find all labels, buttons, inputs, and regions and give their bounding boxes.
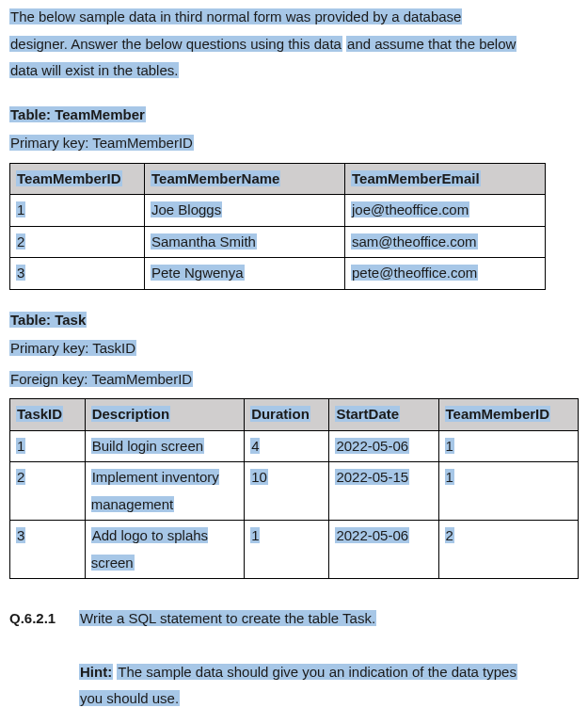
table-row: 2 Implement inventory management 10 2022… xyxy=(10,462,579,521)
hint-line-1: The sample data should give you an indic… xyxy=(117,664,517,680)
task-table: TaskID Description Duration StartDate Te… xyxy=(9,398,579,579)
question-text: Write a SQL statement to create the tabl… xyxy=(79,610,376,626)
question-number: Q.6.2.1 xyxy=(9,605,66,633)
intro-line-1: The below sample data in third normal fo… xyxy=(9,8,462,24)
col-header: StartDate xyxy=(329,399,438,431)
col-header: TeamMemberEmail xyxy=(345,163,546,195)
question-row: Q.6.2.1 Write a SQL statement to create … xyxy=(9,605,579,713)
teammember-table: TeamMemberID TeamMemberName TeamMemberEm… xyxy=(9,163,546,290)
table-row: 3 Pete Ngwenya pete@theoffice.com xyxy=(10,258,546,290)
table-row: 3 Add logo to splahs screen 1 2022-05-06… xyxy=(10,521,579,579)
teammember-heading-text: Table: TeamMember xyxy=(9,106,146,122)
intro-paragraph: The below sample data in third normal fo… xyxy=(9,4,579,85)
intro-line-2a: designer. Answer the below questions usi… xyxy=(9,36,342,52)
teammember-heading: Table: TeamMember xyxy=(9,102,579,129)
table-header-row: TaskID Description Duration StartDate Te… xyxy=(10,399,579,431)
col-header: TaskID xyxy=(10,399,86,431)
task-pk: Primary key: TaskID xyxy=(9,335,579,362)
table-header-row: TeamMemberID TeamMemberName TeamMemberEm… xyxy=(10,163,546,195)
col-header: TeamMemberID xyxy=(438,399,578,431)
col-header: TeamMemberName xyxy=(145,163,345,195)
document-page: The below sample data in third normal fo… xyxy=(0,0,588,724)
table-row: 2 Samantha Smith sam@theoffice.com xyxy=(10,226,546,258)
hint-line-2: you should use. xyxy=(79,690,180,706)
task-pk-text: Primary key: TaskID xyxy=(9,340,136,356)
task-heading: Table: Task xyxy=(9,307,579,334)
task-fk: Foreign key: TeamMemberID xyxy=(9,366,579,394)
task-fk-text: Foreign key: TeamMemberID xyxy=(9,371,193,387)
table-row: 1 Joe Bloggs joe@theoffice.com xyxy=(10,195,546,227)
teammember-pk: Primary key: TeamMemberID xyxy=(9,130,579,157)
intro-line-3: data will exist in the tables. xyxy=(9,62,179,78)
col-header: Duration xyxy=(245,399,329,431)
task-heading-text: Table: Task xyxy=(9,312,87,328)
col-header: TeamMemberID xyxy=(10,163,145,195)
table-row: 1 Build login screen 4 2022-05-06 1 xyxy=(10,430,579,462)
hint-block: Hint: The sample data should give you an… xyxy=(79,659,579,713)
intro-line-2b: and assume that the below xyxy=(346,36,516,52)
teammember-pk-text: Primary key: TeamMemberID xyxy=(9,135,194,151)
col-header: Description xyxy=(85,399,244,431)
question-body: Write a SQL statement to create the tabl… xyxy=(79,605,579,713)
hint-label: Hint: xyxy=(79,664,113,680)
